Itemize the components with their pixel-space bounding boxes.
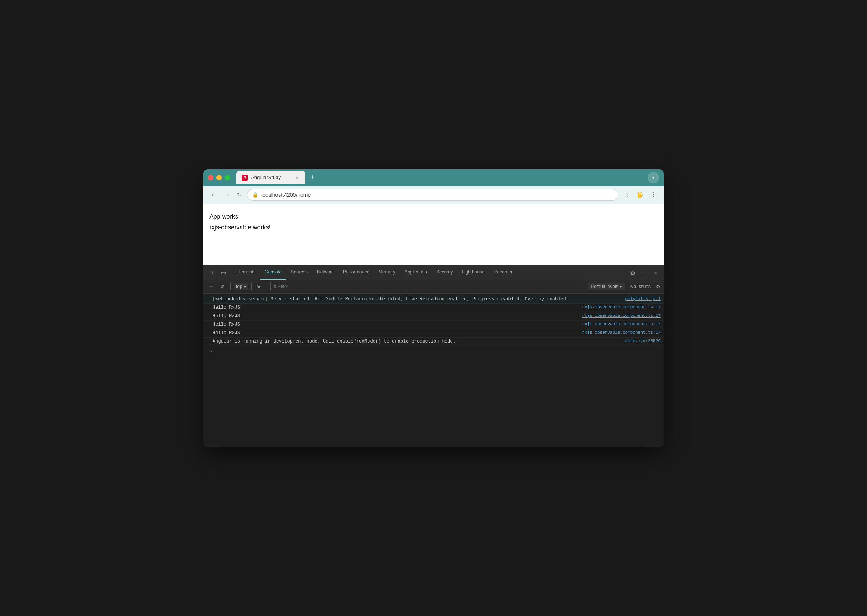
tab-sources[interactable]: Sources xyxy=(286,265,312,280)
console-log-row: [webpack-dev-server] Server started: Hot… xyxy=(203,295,664,304)
title-bar-end: ▾ xyxy=(648,172,659,183)
console-log-row: Hello RxJS rxjs-observable.component.ts:… xyxy=(203,321,664,329)
console-filter-input-wrapper[interactable]: ⊘ xyxy=(270,282,585,291)
tab-bar: A AngularStudy × + xyxy=(236,171,648,184)
nav-bar: ← → ↻ 🔒 localhost:4200/home ☆ 🖐 ⋮ xyxy=(203,186,664,204)
address-bar[interactable]: 🔒 localhost:4200/home xyxy=(247,189,618,201)
devtools-icon-group: ⌗ ▭ xyxy=(206,267,229,280)
devtools-close-icon[interactable]: × xyxy=(651,268,661,278)
context-arrow-icon: ▾ xyxy=(244,285,246,289)
console-clear-button[interactable]: ⊘ xyxy=(218,282,227,291)
console-log-link-0[interactable]: polyfills.js:1 xyxy=(625,296,661,301)
context-label: top xyxy=(236,284,242,289)
chrome-dropdown-button[interactable]: ▾ xyxy=(648,172,659,183)
console-context-selector[interactable]: top ▾ xyxy=(234,283,248,290)
menu-button[interactable]: ⋮ xyxy=(648,189,659,200)
tab-network[interactable]: Network xyxy=(312,265,338,280)
devtools-settings-icon[interactable]: ⚙ xyxy=(628,268,638,278)
traffic-lights xyxy=(208,175,230,180)
webpage-line-2: rxjs-observable works! xyxy=(209,222,658,233)
inspect-element-icon[interactable]: ⌗ xyxy=(206,267,217,278)
console-log-message: Hello RxJS xyxy=(213,313,579,319)
console-log-message: [webpack-dev-server] Server started: Hot… xyxy=(213,296,622,302)
device-toolbar-icon[interactable]: ▭ xyxy=(218,267,229,278)
url-text: localhost:4200/home xyxy=(261,192,613,198)
webpage-line-1: App works! xyxy=(209,211,658,222)
console-sidebar-toggle[interactable]: ☰ xyxy=(206,282,216,291)
toolbar-divider-1 xyxy=(230,283,231,290)
tab-performance[interactable]: Performance xyxy=(338,265,374,280)
lock-icon: 🔒 xyxy=(252,192,258,198)
forward-button[interactable]: → xyxy=(221,189,232,200)
console-filter-input[interactable] xyxy=(278,284,583,289)
toolbar-divider-3 xyxy=(267,283,267,290)
tab-application[interactable]: Application xyxy=(400,265,432,280)
tab-lighthouse[interactable]: Lighthouse xyxy=(457,265,489,280)
console-log-message: Hello RxJS xyxy=(213,330,579,336)
refresh-button[interactable]: ↻ xyxy=(234,189,245,200)
devtools-more-icon[interactable]: ⋮ xyxy=(639,268,649,278)
browser-window: A AngularStudy × + ▾ ← → ↻ 🔒 localhost:4… xyxy=(203,169,664,447)
console-log-link-2[interactable]: rxjs-observable.component.ts:17 xyxy=(582,313,661,318)
console-log-row: Hello RxJS rxjs-observable.component.ts:… xyxy=(203,329,664,338)
tab-console[interactable]: Console xyxy=(260,265,286,280)
nav-end-buttons: ☆ 🖐 ⋮ xyxy=(621,189,659,200)
filter-icon: ⊘ xyxy=(273,284,277,289)
toolbar-divider-2 xyxy=(251,283,252,290)
console-output: [webpack-dev-server] Server started: Hot… xyxy=(203,294,664,447)
console-settings-icon[interactable]: ⚙ xyxy=(656,284,661,290)
console-log-row: Hello RxJS rxjs-observable.component.ts:… xyxy=(203,312,664,321)
bookmark-button[interactable]: ☆ xyxy=(621,189,631,200)
profile-button[interactable]: 🖐 xyxy=(635,189,645,200)
no-issues-label: No Issues xyxy=(627,283,654,290)
tab-title: AngularStudy xyxy=(251,175,291,180)
levels-label: Default levels xyxy=(591,284,618,289)
tab-close-button[interactable]: × xyxy=(294,175,300,181)
console-log-row: Hello RxJS rxjs-observable.component.ts:… xyxy=(203,304,664,312)
devtools-end-buttons: ⚙ ⋮ × xyxy=(628,268,661,280)
console-log-message: Angular is running in development mode. … xyxy=(213,339,622,344)
console-log-message: Hello RxJS xyxy=(213,305,579,310)
console-log-link-1[interactable]: rxjs-observable.component.ts:17 xyxy=(582,305,661,310)
tab-memory[interactable]: Memory xyxy=(374,265,400,280)
console-prompt-arrow-icon: › xyxy=(209,348,213,354)
console-log-link-4[interactable]: rxjs-observable.component.ts:17 xyxy=(582,330,661,335)
new-tab-button[interactable]: + xyxy=(307,172,318,183)
tab-elements[interactable]: Elements xyxy=(232,265,260,280)
tab-favicon: A xyxy=(242,175,248,181)
webpage-content: App works! rxjs-observable works! xyxy=(203,204,664,265)
devtools-panel: ⌗ ▭ Elements Console Sources Network Per… xyxy=(203,265,664,447)
console-log-row: Angular is running in development mode. … xyxy=(203,338,664,346)
back-button[interactable]: ← xyxy=(208,189,219,200)
levels-arrow-icon: ▾ xyxy=(620,285,622,289)
console-eye-toggle[interactable]: 👁 xyxy=(255,282,264,291)
minimize-button[interactable] xyxy=(216,175,222,180)
close-button[interactable] xyxy=(208,175,213,180)
console-log-link-5[interactable]: core.mjs:25520 xyxy=(625,339,661,343)
tab-security[interactable]: Security xyxy=(432,265,457,280)
devtools-tab-bar: ⌗ ▭ Elements Console Sources Network Per… xyxy=(203,265,664,280)
console-levels-selector[interactable]: Default levels ▾ xyxy=(588,283,625,290)
tab-recorder[interactable]: Recorder xyxy=(489,265,517,280)
console-toolbar: ☰ ⊘ top ▾ 👁 ⊘ Default levels ▾ No Issues… xyxy=(203,280,664,294)
console-log-link-3[interactable]: rxjs-observable.component.ts:17 xyxy=(582,322,661,326)
console-log-message: Hello RxJS xyxy=(213,322,579,327)
title-bar: A AngularStudy × + ▾ xyxy=(203,169,664,186)
active-tab[interactable]: A AngularStudy × xyxy=(236,171,305,184)
console-prompt[interactable]: › xyxy=(203,346,664,357)
maximize-button[interactable] xyxy=(225,175,230,180)
